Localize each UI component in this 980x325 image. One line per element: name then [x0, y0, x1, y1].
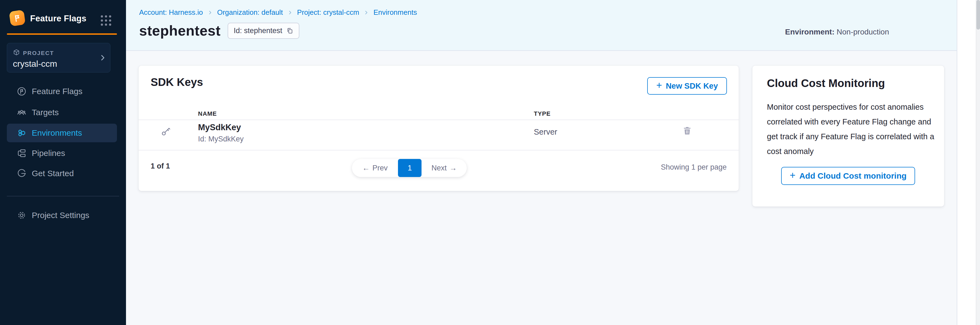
feature-flags-logo-icon [9, 10, 26, 27]
copy-icon[interactable] [286, 27, 293, 34]
sidebar-item-targets[interactable]: Targets [7, 103, 117, 122]
breadcrumb-environments-link[interactable]: Environments [373, 8, 417, 17]
pagination: ← Prev 1 Next → [352, 159, 467, 177]
environment-id-chip: Id: stephentest [228, 23, 299, 39]
people-icon [17, 108, 27, 117]
sidebar-item-label: Project Settings [32, 211, 89, 220]
arrow-left-icon: ← [363, 164, 370, 172]
flag-circle-icon [17, 86, 27, 96]
breadcrumb-organization-link[interactable]: Organization: default [217, 8, 283, 17]
sidebar: Feature Flags PROJECT crystal-ccm Featur… [0, 0, 126, 325]
cloud-cost-description: Monitor cost perspectives for cost anoma… [767, 100, 938, 159]
sidebar-item-project-settings[interactable]: Project Settings [7, 206, 117, 225]
pipelines-icon [17, 148, 27, 158]
plus-icon: + [656, 81, 662, 90]
sdk-key-type: Server [534, 127, 557, 136]
sidebar-divider [7, 196, 119, 197]
module-title: Feature Flags [30, 14, 86, 24]
key-icon [161, 126, 171, 137]
pagination-range: 1 of 1 [151, 162, 170, 170]
environment-type: Environment: Non-production [785, 28, 889, 36]
column-header-name: NAME [198, 110, 217, 117]
table-divider [138, 120, 739, 120]
cloud-cost-panel: Cloud Cost Monitoring Monitor cost persp… [752, 66, 944, 206]
sidebar-item-environments[interactable]: Environments [7, 124, 117, 142]
breadcrumb: Account: Harness.io Organization: defaul… [139, 8, 417, 17]
pagination-prev-button[interactable]: ← Prev [352, 159, 398, 177]
sidebar-item-label: Environments [32, 128, 82, 138]
right-rail [957, 0, 976, 325]
add-cloud-cost-button[interactable]: + Add Cloud Cost monitoring [781, 167, 915, 185]
page-title: stephentest [139, 22, 221, 39]
sidebar-item-feature-flags[interactable]: Feature Flags [7, 82, 117, 101]
get-started-icon [17, 168, 27, 178]
module-switcher-icon[interactable] [101, 15, 113, 26]
sidebar-item-label: Feature Flags [32, 87, 83, 96]
project-selector-label: PROJECT [23, 50, 54, 56]
pagination-current-page[interactable]: 1 [398, 159, 422, 177]
breadcrumb-account-link[interactable]: Account: Harness.io [139, 8, 203, 17]
column-header-type: TYPE [534, 110, 550, 117]
plus-icon: + [790, 170, 795, 180]
chevron-right-icon [364, 10, 369, 15]
sidebar-item-label: Get Started [32, 169, 74, 178]
gear-icon [17, 210, 27, 220]
sidebar-item-label: Targets [32, 108, 59, 117]
page-header: Account: Harness.io Organization: defaul… [126, 0, 957, 51]
sdk-key-name: MySdkKey [198, 122, 241, 132]
project-selector-value: crystal-ccm [13, 59, 57, 69]
chevron-right-icon [208, 10, 213, 15]
pagination-next-button[interactable]: Next → [422, 159, 467, 177]
pagination-summary: Showing 1 per page [661, 163, 727, 171]
sidebar-item-get-started[interactable]: Get Started [7, 164, 117, 183]
page-scrollbar[interactable] [976, 0, 980, 325]
cloud-cost-title: Cloud Cost Monitoring [767, 77, 885, 89]
table-divider [138, 150, 739, 151]
chevron-right-icon [288, 10, 293, 15]
sidebar-item-label: Pipelines [32, 149, 65, 158]
project-cube-icon [13, 49, 20, 56]
sidebar-item-pipelines[interactable]: Pipelines [7, 144, 117, 163]
environment-type-value: Non-production [837, 28, 889, 36]
environment-type-label: Environment: [785, 28, 834, 36]
hexagons-icon [17, 128, 27, 138]
chevron-right-icon [99, 54, 107, 62]
delete-key-icon[interactable] [682, 126, 692, 136]
scrollbar-thumb[interactable] [977, 0, 980, 30]
sdk-keys-panel: SDK Keys + New SDK Key NAME TYPE MySdkKe… [138, 66, 739, 191]
sdk-keys-title: SDK Keys [151, 76, 203, 88]
project-selector[interactable]: PROJECT crystal-ccm [7, 43, 110, 73]
arrow-right-icon: → [449, 164, 457, 172]
new-sdk-key-button[interactable]: + New SDK Key [647, 77, 727, 95]
breadcrumb-project-link[interactable]: Project: crystal-ccm [297, 8, 360, 17]
environment-id-text: Id: stephentest [234, 27, 282, 35]
sdk-key-id: Id: MySdkKey [198, 135, 244, 143]
module-accent-divider [7, 33, 117, 35]
